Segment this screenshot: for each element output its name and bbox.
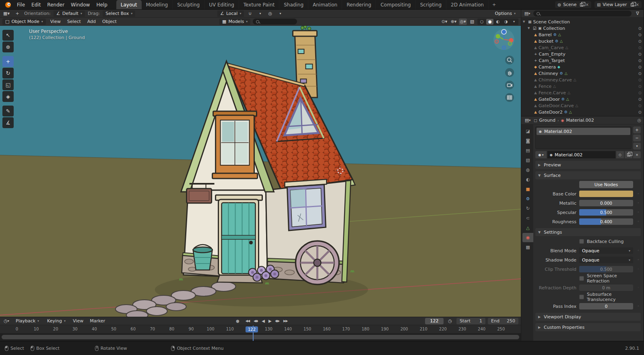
- editor-type-outliner-icon[interactable]: ▤▾: [523, 10, 531, 17]
- remove-material-slot-button[interactable]: −: [633, 135, 641, 141]
- pin-icon[interactable]: ◎: [637, 118, 641, 123]
- breadcrumb-material[interactable]: Material.002: [566, 118, 594, 123]
- view-layer-selector[interactable]: ▧ View Layer ×: [594, 1, 642, 8]
- blend-mode-dropdown[interactable]: Opaque ▾: [579, 247, 633, 254]
- timeline-ruler[interactable]: 0 10 20 30 40 50 60 70 80 90 100 110 120…: [0, 325, 521, 333]
- eye-icon[interactable]: ⊙: [638, 78, 642, 82]
- tool-measure-button[interactable]: ∡: [2, 117, 14, 128]
- outliner-row-chimney-carve[interactable]: ▲ Chimney.Carve △ ⊙: [523, 77, 643, 83]
- editor-type-timeline-icon[interactable]: ◷▾: [2, 318, 10, 324]
- toggle-grid-icon[interactable]: [505, 93, 514, 102]
- zoom-icon[interactable]: [505, 56, 514, 64]
- new-view-layer-icon[interactable]: [631, 3, 634, 6]
- decorator-dot[interactable]: ◦: [636, 220, 641, 224]
- material-slot-list[interactable]: ● Material.002: [535, 127, 632, 149]
- workspace-tab-compositing[interactable]: Compositing: [376, 0, 415, 9]
- object-visibility-dropdown-icon[interactable]: ⊙▾: [440, 19, 448, 25]
- eye-icon[interactable]: ⊙: [638, 97, 642, 102]
- xray-toggle-icon[interactable]: ▧: [468, 19, 476, 25]
- camera-view-icon[interactable]: [505, 81, 514, 89]
- playback-menu[interactable]: Playback▾: [13, 318, 42, 324]
- eye-icon[interactable]: ⊙: [638, 65, 642, 69]
- breadcrumb-object[interactable]: Ground: [539, 118, 555, 123]
- timeline-marker-menu[interactable]: Marker: [88, 318, 107, 324]
- pan-hand-icon[interactable]: [505, 68, 514, 77]
- tool-rotate-button[interactable]: ↻: [2, 68, 14, 79]
- panel-custom-properties[interactable]: ▶ Custom Properties: [535, 323, 641, 331]
- outliner-row-cam-empty[interactable]: + Cam_Empty ⊙: [523, 51, 643, 57]
- new-scene-icon[interactable]: [580, 3, 583, 6]
- viewport-menu-add[interactable]: Add: [85, 19, 98, 24]
- workspace-tab-2d-animation[interactable]: 2D Animation: [446, 0, 489, 9]
- material-specials-dropdown-icon[interactable]: ▾: [633, 143, 641, 149]
- base-color-swatch[interactable]: [579, 191, 633, 197]
- metallic-slider[interactable]: 0.000: [579, 200, 633, 206]
- tab-view-layer[interactable]: ▧: [522, 156, 533, 165]
- specular-slider[interactable]: 0.500: [579, 209, 633, 216]
- navigation-gizmo[interactable]: [493, 28, 515, 52]
- tab-world[interactable]: ◐: [522, 175, 533, 184]
- outliner-row-cam-target[interactable]: + Cam_Target ⊙: [523, 57, 643, 64]
- viewport-search-input[interactable]: [253, 19, 297, 25]
- editor-type-3d-viewport-icon[interactable]: ▦▾: [2, 10, 10, 17]
- shading-wireframe-icon[interactable]: ○: [478, 19, 485, 25]
- outliner-row-barrel[interactable]: ▲ Barrel ⚙ △ ⊙: [523, 31, 643, 38]
- workspace-tab-shading[interactable]: Shading: [279, 0, 308, 9]
- remove-view-layer-icon[interactable]: ×: [636, 2, 639, 7]
- panel-viewport-display[interactable]: ▶ Viewport Display: [535, 313, 641, 321]
- workspace-tab-animation[interactable]: Animation: [308, 0, 342, 9]
- roughness-slider[interactable]: 0.400: [579, 218, 633, 225]
- outliner-row-gatedoor2[interactable]: ▲ GateDoor2 ⚙ △ ⊙: [523, 109, 643, 115]
- tab-object-data[interactable]: △: [522, 223, 533, 233]
- outliner-row-scene-collection[interactable]: ▼ ▦ Scene Collection: [523, 19, 643, 25]
- tool-transform-button[interactable]: ◈: [2, 91, 14, 102]
- shading-solid-icon[interactable]: ●: [486, 19, 493, 25]
- pass-index-field[interactable]: 0: [579, 303, 633, 309]
- subsurface-translucency-checkbox[interactable]: [579, 295, 584, 299]
- viewport-menu-select[interactable]: Select: [65, 19, 83, 24]
- decorator-dot[interactable]: ◦: [636, 249, 641, 253]
- transform-orientation-dropdown[interactable]: ∠ Default ▾: [54, 10, 85, 17]
- play-button[interactable]: ▶: [267, 318, 273, 324]
- panel-preview[interactable]: ▶ Preview: [535, 161, 641, 169]
- workspace-tab-texture-paint[interactable]: Texture Paint: [239, 0, 279, 9]
- new-material-button[interactable]: [625, 151, 632, 158]
- outliner-row-camera[interactable]: ◆ Camera ◆ ⊙: [523, 64, 643, 70]
- outliner-filter-icon[interactable]: ∇: [634, 10, 642, 17]
- tab-modifiers[interactable]: ⚙: [522, 194, 533, 203]
- backface-culling-checkbox[interactable]: [579, 239, 584, 244]
- outliner-row-fence-carve[interactable]: ▲ Fence.Carve △ ⊙: [523, 89, 643, 96]
- decorator-dot[interactable]: ◦: [636, 258, 641, 262]
- eye-icon[interactable]: ⊙: [638, 26, 642, 31]
- blender-logo-icon[interactable]: [2, 0, 14, 9]
- decorator-dot[interactable]: ◦: [636, 267, 641, 271]
- use-nodes-button[interactable]: Use Nodes: [579, 181, 633, 188]
- add-workspace-button[interactable]: +: [489, 0, 500, 9]
- end-frame-field[interactable]: End 250: [488, 318, 518, 324]
- unlink-scene-icon[interactable]: ×: [585, 2, 588, 7]
- shading-rendered-icon[interactable]: ◑: [502, 19, 510, 25]
- tab-tool[interactable]: ◪: [522, 127, 533, 136]
- material-name-field[interactable]: ● Material.002: [547, 151, 615, 158]
- keying-menu[interactable]: Keying▾: [44, 318, 68, 324]
- menu-edit[interactable]: Edit: [28, 0, 44, 9]
- eye-icon[interactable]: ⊙: [638, 52, 642, 56]
- outliner-row-chimney[interactable]: ▲ Chimney ⚙ △ ⊙: [523, 70, 643, 77]
- tab-output[interactable]: ▤: [522, 146, 533, 155]
- jump-to-end-button[interactable]: ▶▶: [282, 318, 289, 324]
- viewport-menu-view[interactable]: View: [48, 19, 63, 24]
- prev-keyframe-button[interactable]: ◀◆: [252, 318, 259, 324]
- tab-material[interactable]: ◉: [522, 233, 533, 242]
- disclosure-icon[interactable]: ▼: [523, 20, 526, 23]
- eye-icon[interactable]: ⊙: [638, 58, 642, 63]
- disclosure-icon[interactable]: ▼: [528, 27, 531, 30]
- refraction-depth-field[interactable]: 0 m: [579, 284, 633, 291]
- tool-move-button[interactable]: +: [2, 56, 14, 67]
- workspace-tab-modeling[interactable]: Modeling: [142, 0, 173, 9]
- workspace-tab-scripting[interactable]: Scripting: [416, 0, 446, 9]
- gizmos-toggle-icon[interactable]: ⊕▾: [450, 19, 458, 25]
- collection-checkbox-icon[interactable]: ☑: [533, 26, 537, 31]
- eye-icon[interactable]: ⊙: [638, 33, 642, 37]
- clip-threshold-slider[interactable]: 0.500: [579, 266, 633, 272]
- jump-to-start-button[interactable]: ◀◀: [244, 318, 251, 324]
